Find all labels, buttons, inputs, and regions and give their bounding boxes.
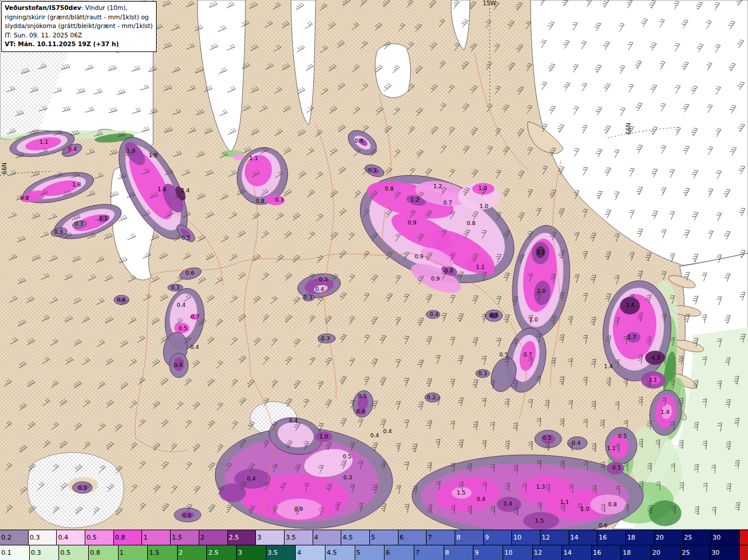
colorbar-tick-label: 7 [427,534,432,541]
precip-value-label: 0.6 [598,522,607,528]
colorbar-cell: 0.5 [85,530,114,545]
precip-value-label: 0.9 [407,219,416,226]
colorbar-cell: 9 [484,530,512,545]
colorbar-tick-label: 18 [626,534,635,541]
meridian-label-15w: 15W [483,0,496,6]
precip-value-label: 0.4 [247,475,255,482]
info-line-valid-time: VT: Mán. 10.11.2025 19Z (+37 h) [5,40,153,49]
precip-value-label: 0.3 [275,196,283,203]
colorbar-tick-label: 3.5 [285,534,296,541]
colorbar-tick-label: 16 [597,534,607,541]
colorbar-cell: 12 [541,530,569,545]
colorbar-tick-label: 4 [296,549,301,556]
precip-value-label: 0.7 [489,312,498,318]
model-info-box: Veðurstofan/IS750dev: Vindur (10m), rign… [1,1,157,52]
colorbar-cell: 0.4 [57,530,85,545]
colorbar-cell: 3.5 [266,545,296,560]
precip-value-label: 0.3 [478,370,487,376]
precip-value-label: 0.3 [303,294,312,300]
precip-value-label: 0.6 [185,269,194,276]
precip-value-label: 0.3 [54,229,63,235]
precip-value-label: 0.5 [612,464,621,471]
precip-value-label: 1.5 [535,517,543,524]
colorbar-tick-label: 30 [711,534,721,541]
colorbar-tick-label: 14 [569,534,579,541]
precip-value-label: 0.5 [342,453,351,459]
colorbar-cell: 16 [597,530,626,545]
precip-value-label: 0.5 [178,325,187,331]
colorbar-cell: 10 [512,530,541,545]
precip-value-label: 0.5 [358,393,366,399]
colorbar-tick-label: 0.1 [0,549,12,556]
colorbar-tick-label: 0.3 [30,549,41,556]
colorbar-tick-label: 3 [237,549,242,556]
colorbar-cell: 4.5 [341,530,370,545]
precip-value-label: 0.3 [78,485,86,491]
colorbar-end-cell [740,530,748,545]
precip-value-label: 0.4 [174,362,182,368]
colorbar-tick-label: 0.5 [59,549,71,556]
precip-value-label: 1.8 [157,186,166,192]
precip-value-label: 0.3 [171,284,179,291]
precip-value-label: 0.5 [542,434,551,441]
colorbar-tick-label: 10 [503,549,512,556]
precip-value-label: 0.4 [176,302,185,308]
precip-value-label: 1.0 [478,185,487,191]
precip-value-label: 1.1 [476,264,484,270]
colorbar-tick-label: 10 [512,534,521,541]
precip-value-label: 0.3 [343,474,352,481]
colorbar-tick-label: 4.5 [325,549,337,556]
colorbar-tick-label: 5 [355,549,361,556]
info-line-init-time: IT: Sun. 09. 11. 2025 06Z [5,31,153,40]
colorbar-tick-label: 9 [484,534,489,541]
precip-value-label: 0.4 [354,137,363,144]
colorbar-tick-label: 0.4 [57,534,68,541]
colorbar-cell: 0.3 [30,545,60,560]
colorbar-end-cell [740,545,748,560]
colorbar-cell: 0.8 [114,530,143,545]
precip-value-label: 0.4 [68,146,77,152]
precip-value-label: 0.9 [414,253,423,260]
colorbar-tick-label: 1 [119,549,124,556]
precip-value-label: 1.2 [433,183,442,189]
colorbar-tick-label: 8 [455,534,460,541]
colorbar-tick-label: 0.8 [89,549,101,556]
colorbar-tick-label: 0.5 [85,534,97,541]
precip-value-label: 0.8 [20,195,29,201]
colorbar-cell: 3 [237,545,266,560]
precip-value-label: 1.4 [660,409,669,415]
precip-value-label: 0.5 [181,234,190,241]
colorbar-cell: 25 [683,530,712,545]
precip-value-label: 1.5 [456,489,465,496]
precip-value-label: 0.7 [191,313,199,320]
colorbar-cell: 0.5 [59,545,89,560]
precip-value-label: 1.8 [72,181,81,188]
sleet-snow-colorbar: 0.10.30.50.811.522.533.544.5567891012141… [0,545,748,560]
precip-value-label: 1.1 [607,445,615,451]
colorbar-tick-label: 1.5 [148,549,160,556]
precip-value-label: 3.4 [625,302,634,308]
colorbar-tick-label: 18 [621,549,631,556]
colorbar-tick-label: 1.5 [171,534,182,541]
colorbar-cell: 6 [385,545,414,560]
precip-value-label: 1.3 [536,483,545,490]
precip-value-label: 0.4 [116,296,125,303]
colorbar-cell: 5 [355,545,385,560]
precip-value-label: 0.8 [608,501,617,507]
precip-value-label: 0.2 [427,394,435,400]
colorbar-tick-label: 5 [370,534,375,541]
colorbar-cell: 2 [178,545,207,560]
colorbar-cell: 7 [427,530,455,545]
colorbar-tick-label: 25 [683,534,692,541]
precip-value-label: 0.8 [444,267,453,274]
colorbar-cell: 18 [626,530,654,545]
colorbar-tick-label: 9 [473,549,479,556]
precip-value-label: 1.6 [148,152,157,158]
weather-forecast-map: 1.10.41.91.61.10.40.31.80.81.82.40.81.21… [0,0,748,560]
colorbar-cell: 20 [654,530,683,545]
precip-value-label: 0.9 [294,506,303,512]
colorbar-cell: 16 [592,545,622,560]
precip-value-label: 0.3 [74,220,83,227]
colorbar-tick-label: 2 [199,534,205,541]
precip-value-label: 0.4 [190,344,199,350]
